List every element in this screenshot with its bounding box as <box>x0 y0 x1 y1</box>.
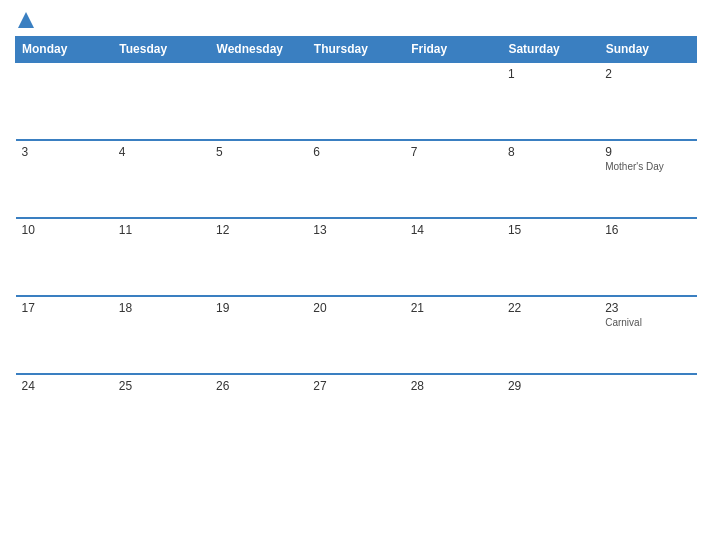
calendar-cell: 29 <box>502 374 599 452</box>
calendar-body: 123456789Mother's Day1011121314151617181… <box>16 62 697 452</box>
day-number: 25 <box>119 379 204 393</box>
calendar-container: MondayTuesdayWednesdayThursdayFridaySatu… <box>0 0 712 550</box>
day-number: 8 <box>508 145 593 159</box>
calendar-cell <box>405 62 502 140</box>
day-number: 20 <box>313 301 398 315</box>
day-number: 19 <box>216 301 301 315</box>
day-number: 22 <box>508 301 593 315</box>
calendar-cell <box>307 62 404 140</box>
day-number: 5 <box>216 145 301 159</box>
calendar-cell: 5 <box>210 140 307 218</box>
event-label: Mother's Day <box>605 161 690 172</box>
calendar-week-row: 12 <box>16 62 697 140</box>
day-number: 16 <box>605 223 690 237</box>
weekday-header: Friday <box>405 37 502 63</box>
calendar-cell: 6 <box>307 140 404 218</box>
day-number: 15 <box>508 223 593 237</box>
calendar-cell: 19 <box>210 296 307 374</box>
calendar-cell: 26 <box>210 374 307 452</box>
calendar-grid: MondayTuesdayWednesdayThursdayFridaySatu… <box>15 36 697 452</box>
calendar-cell: 15 <box>502 218 599 296</box>
weekday-header: Sunday <box>599 37 696 63</box>
calendar-cell: 17 <box>16 296 113 374</box>
svg-marker-0 <box>18 12 34 28</box>
calendar-cell: 23Carnival <box>599 296 696 374</box>
logo-icon <box>16 10 36 30</box>
calendar-cell: 11 <box>113 218 210 296</box>
calendar-cell: 2 <box>599 62 696 140</box>
day-number: 17 <box>22 301 107 315</box>
calendar-cell <box>210 62 307 140</box>
day-number: 1 <box>508 67 593 81</box>
day-number: 14 <box>411 223 496 237</box>
calendar-week-row: 242526272829 <box>16 374 697 452</box>
calendar-cell: 22 <box>502 296 599 374</box>
day-number: 2 <box>605 67 690 81</box>
day-number: 7 <box>411 145 496 159</box>
weekday-header: Wednesday <box>210 37 307 63</box>
calendar-cell: 20 <box>307 296 404 374</box>
day-number: 10 <box>22 223 107 237</box>
calendar-cell <box>599 374 696 452</box>
day-number: 3 <box>22 145 107 159</box>
calendar-cell: 28 <box>405 374 502 452</box>
day-number: 12 <box>216 223 301 237</box>
calendar-cell: 3 <box>16 140 113 218</box>
calendar-week-row: 3456789Mother's Day <box>16 140 697 218</box>
calendar-cell: 12 <box>210 218 307 296</box>
calendar-cell: 7 <box>405 140 502 218</box>
day-number: 13 <box>313 223 398 237</box>
calendar-cell: 27 <box>307 374 404 452</box>
calendar-cell: 18 <box>113 296 210 374</box>
calendar-header <box>15 10 697 30</box>
logo-area <box>15 10 37 30</box>
day-number: 4 <box>119 145 204 159</box>
calendar-cell <box>113 62 210 140</box>
calendar-cell: 16 <box>599 218 696 296</box>
day-number: 28 <box>411 379 496 393</box>
calendar-cell: 14 <box>405 218 502 296</box>
day-number: 6 <box>313 145 398 159</box>
day-number: 29 <box>508 379 593 393</box>
event-label: Carnival <box>605 317 690 328</box>
calendar-week-row: 17181920212223Carnival <box>16 296 697 374</box>
day-number: 21 <box>411 301 496 315</box>
calendar-cell: 21 <box>405 296 502 374</box>
calendar-cell: 8 <box>502 140 599 218</box>
weekday-header: Thursday <box>307 37 404 63</box>
weekday-header: Saturday <box>502 37 599 63</box>
weekday-header: Tuesday <box>113 37 210 63</box>
calendar-cell: 13 <box>307 218 404 296</box>
day-number: 23 <box>605 301 690 315</box>
day-number: 24 <box>22 379 107 393</box>
weekday-header-row: MondayTuesdayWednesdayThursdayFridaySatu… <box>16 37 697 63</box>
weekday-header: Monday <box>16 37 113 63</box>
day-number: 26 <box>216 379 301 393</box>
day-number: 11 <box>119 223 204 237</box>
calendar-week-row: 10111213141516 <box>16 218 697 296</box>
day-number: 9 <box>605 145 690 159</box>
calendar-cell: 9Mother's Day <box>599 140 696 218</box>
calendar-cell: 1 <box>502 62 599 140</box>
day-number: 18 <box>119 301 204 315</box>
calendar-cell: 10 <box>16 218 113 296</box>
calendar-cell: 24 <box>16 374 113 452</box>
calendar-cell: 25 <box>113 374 210 452</box>
calendar-cell: 4 <box>113 140 210 218</box>
day-number: 27 <box>313 379 398 393</box>
calendar-cell <box>16 62 113 140</box>
